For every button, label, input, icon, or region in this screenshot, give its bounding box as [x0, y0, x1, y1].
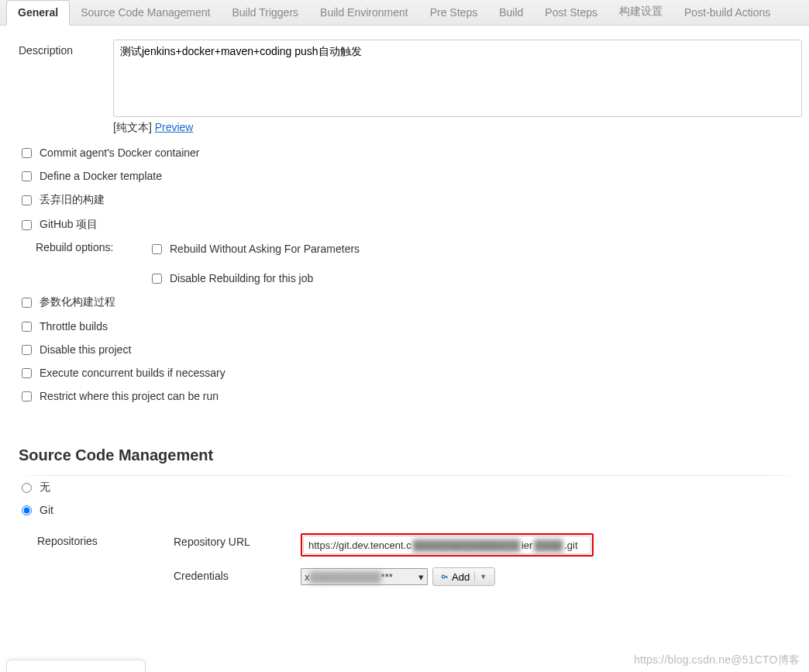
tab-pre-steps[interactable]: Pre Steps: [419, 1, 488, 25]
repository-url-label: Repository URL: [174, 533, 301, 548]
concurrent-builds-label: Execute concurrent builds if necessary: [40, 367, 225, 379]
rebuild-without-asking-checkbox[interactable]: [152, 244, 162, 254]
restrict-node-checkbox[interactable]: [22, 391, 32, 401]
credentials-label: Credentials: [174, 567, 301, 582]
rebuild-without-asking-label: Rebuild Without Asking For Parameters: [170, 243, 360, 255]
repositories-label: Repositories: [37, 533, 146, 547]
tab-general[interactable]: General: [6, 0, 70, 26]
chevron-down-icon: ▾: [418, 571, 424, 583]
define-docker-template-checkbox[interactable]: [22, 171, 32, 181]
key-icon: [441, 573, 449, 581]
disable-project-checkbox[interactable]: [22, 345, 32, 355]
tab-build-settings-zh[interactable]: 构建设置: [608, 0, 673, 25]
disable-rebuilding-label: Disable Rebuilding for this job: [170, 272, 313, 284]
general-section: Description [纯文本] Preview Commit agent's…: [0, 26, 809, 594]
disable-project-label: Disable this project: [40, 343, 131, 356]
concurrent-builds-checkbox[interactable]: [22, 368, 32, 378]
description-textarea[interactable]: [113, 40, 802, 117]
plaintext-indicator: [纯文本]: [113, 121, 155, 133]
commit-agent-docker-checkbox[interactable]: [22, 148, 32, 158]
parameterized-build-checkbox[interactable]: [22, 298, 32, 308]
tab-build-environment[interactable]: Build Environment: [309, 1, 419, 25]
tab-post-steps[interactable]: Post Steps: [534, 1, 608, 25]
preview-link[interactable]: Preview: [155, 121, 194, 133]
discard-old-builds-checkbox[interactable]: [22, 195, 32, 205]
scm-section: Source Code Management 无 Git Repositorie…: [19, 446, 797, 594]
discard-old-builds-label: 丢弃旧的构建: [40, 193, 105, 207]
svg-point-0: [442, 575, 445, 578]
add-button-label: Add: [452, 571, 470, 583]
github-project-label: GitHub 项目: [40, 218, 98, 232]
throttle-builds-checkbox[interactable]: [22, 322, 32, 332]
define-docker-template-label: Define a Docker template: [40, 170, 162, 182]
scm-none-radio[interactable]: [22, 483, 32, 493]
scm-git-label: Git: [40, 504, 53, 516]
throttle-builds-label: Throttle builds: [40, 320, 108, 333]
watermark: https://blog.csdn.ne@51CTO博客: [634, 653, 800, 667]
floating-card: [6, 660, 146, 672]
scm-git-radio[interactable]: [22, 505, 32, 515]
chevron-down-icon: ▼: [480, 573, 487, 581]
github-project-checkbox[interactable]: [22, 220, 32, 230]
commit-agent-docker-label: Commit agent's Docker container: [40, 146, 200, 159]
repository-url-input[interactable]: https://git.dev.tencent.c███████████████…: [303, 536, 591, 554]
repository-url-highlight: https://git.dev.tencent.c███████████████…: [301, 533, 594, 557]
disable-rebuilding-checkbox[interactable]: [152, 274, 162, 284]
description-format-helper: [纯文本] Preview: [113, 121, 802, 135]
scm-none-label: 无: [40, 481, 50, 495]
tab-build-triggers[interactable]: Build Triggers: [221, 1, 309, 25]
tab-build[interactable]: Build: [488, 1, 534, 25]
tab-scm[interactable]: Source Code Management: [70, 1, 221, 25]
config-tabs: General Source Code Management Build Tri…: [0, 0, 809, 26]
scm-heading: Source Code Management: [19, 446, 797, 464]
add-credentials-button[interactable]: Add ▼: [432, 567, 495, 586]
tab-post-build-actions[interactable]: Post-build Actions: [673, 1, 781, 25]
rebuild-options-label: Rebuild options:: [19, 237, 149, 253]
credentials-select[interactable]: x██████████*** ▾: [301, 568, 428, 585]
description-label: Description: [19, 40, 113, 57]
parameterized-build-label: 参数化构建过程: [40, 295, 115, 309]
restrict-node-label: Restrict where this project can be run: [40, 390, 219, 402]
